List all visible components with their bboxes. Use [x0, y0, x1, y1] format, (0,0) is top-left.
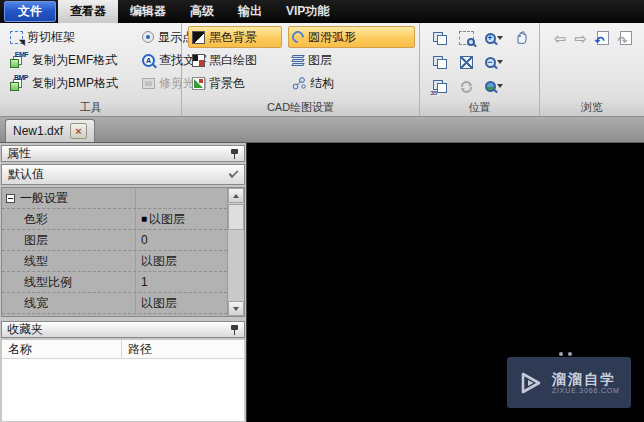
layers-label: 图层	[308, 52, 332, 69]
property-grid: 一般设置 色彩 ■ 以图层 图层 0 线型 以图层	[1, 187, 245, 317]
show-points-icon	[142, 31, 154, 43]
copy-emf-label: 复制为EMF格式	[32, 52, 117, 69]
copy-bmp-icon: BMP	[10, 76, 28, 91]
structure-label: 结构	[310, 75, 334, 92]
favorites-column-headers: 名称 路径	[1, 339, 245, 359]
copy-emf-button[interactable]: EMF 复制为EMF格式	[6, 49, 138, 71]
document-tab[interactable]: New1.dxf ×	[5, 119, 95, 142]
pin-icon[interactable]	[230, 324, 239, 336]
zoom-out-dropdown-icon[interactable]	[497, 60, 503, 64]
property-row-color[interactable]: 色彩 ■ 以图层	[2, 209, 227, 230]
pan-hand-icon	[513, 30, 529, 46]
favorites-column-path[interactable]: 路径	[122, 341, 244, 358]
ribbon-tab-viewer[interactable]: 查看器	[58, 0, 118, 23]
bw-drawing-button[interactable]: 黑白绘图	[188, 49, 282, 71]
property-row-linetype[interactable]: 线型 以图层	[2, 251, 227, 272]
zoom-window-icon	[459, 31, 474, 45]
rotate-view-button[interactable]: 35°	[426, 74, 453, 98]
zoom-in-button[interactable]: +	[480, 26, 507, 50]
property-name: 色彩	[24, 211, 48, 228]
black-background-icon	[192, 31, 205, 44]
scrollbar-thumb[interactable]	[228, 204, 244, 230]
preset-dropdown[interactable]: 默认值	[1, 164, 245, 185]
view-paste-icon	[433, 56, 447, 69]
watermark-title: 溜溜自学	[552, 371, 620, 388]
background-color-button[interactable]: 背景色	[188, 72, 282, 94]
favorites-list[interactable]	[1, 359, 245, 422]
favorites-title: 收藏夹	[7, 321, 43, 338]
watermark-logo-icon	[515, 368, 545, 398]
background-color-label: 背景色	[209, 75, 245, 92]
pin-icon[interactable]	[230, 148, 239, 160]
scroll-up-button[interactable]	[228, 188, 244, 203]
zoom-out-button[interactable]: −	[480, 50, 507, 74]
zoom-extents-button[interactable]	[453, 50, 480, 74]
app-window: 文件 查看器 编辑器 高级 输出 VIP功能 剪切框架 显示点 EMF 复制为E…	[0, 0, 644, 422]
undo-button[interactable]: ↶	[595, 31, 610, 46]
refresh-view-button[interactable]	[453, 74, 480, 98]
zoom-in-icon: +	[485, 33, 496, 44]
menu-bar: 文件 查看器 编辑器 高级 输出 VIP功能	[0, 0, 644, 23]
watermark-subtitle: zixue.3066.com	[552, 387, 620, 394]
cut-frame-label: 剪切框架	[27, 29, 75, 46]
property-name: 线宽	[24, 295, 48, 312]
structure-button[interactable]: 结构	[288, 72, 415, 94]
smooth-arc-label: 圆滑弧形	[308, 29, 356, 46]
view-paste-button[interactable]	[426, 50, 453, 74]
ribbon: 剪切框架 显示点 EMF 复制为EMF格式 A 查找文字 BMP 复制为BMP格…	[0, 23, 644, 117]
favorites-column-name[interactable]: 名称	[2, 340, 122, 358]
redo-button[interactable]: ↷	[618, 31, 633, 46]
property-group-label: 一般设置	[20, 190, 68, 207]
ribbon-group-tools: 剪切框架 显示点 EMF 复制为EMF格式 A 查找文字 BMP 复制为BMP格…	[0, 23, 182, 116]
group-label-browse: 浏览	[540, 100, 644, 116]
watermark-dots	[559, 352, 572, 356]
drawing-canvas[interactable]: 溜溜自学 zixue.3066.com	[247, 143, 644, 422]
property-row-lineweight[interactable]: 线宽 以图层	[2, 293, 227, 314]
scroll-down-button[interactable]	[228, 301, 244, 316]
property-name: 线型	[24, 253, 48, 270]
pan-button[interactable]	[507, 26, 534, 50]
back-button[interactable]: ⇦	[553, 31, 566, 46]
zoom-scale-icon	[485, 81, 496, 92]
copy-bmp-button[interactable]: BMP 复制为BMP格式	[6, 72, 138, 94]
preset-dropdown-value: 默认值	[8, 166, 44, 183]
property-grid-scrollbar[interactable]	[227, 188, 244, 316]
collapse-toggle-icon[interactable]	[6, 194, 15, 203]
ribbon-tab-advanced[interactable]: 高级	[178, 0, 226, 23]
ribbon-tab-vip[interactable]: VIP功能	[274, 0, 341, 23]
cut-frame-button[interactable]: 剪切框架	[6, 26, 138, 48]
ribbon-tab-editor[interactable]: 编辑器	[118, 0, 178, 23]
properties-title: 属性	[7, 145, 31, 162]
black-background-toggle[interactable]: 黑色背景	[188, 26, 282, 48]
black-background-label: 黑色背景	[209, 29, 257, 46]
ribbon-group-browse: ⇦ ⇨ ↶ ↷ 浏览	[540, 23, 644, 116]
property-group-row[interactable]: 一般设置	[2, 188, 227, 209]
watermark: 溜溜自学 zixue.3066.com	[507, 357, 631, 408]
smooth-arc-toggle[interactable]: 圆滑弧形	[288, 26, 415, 48]
zoom-in-dropdown-icon[interactable]	[497, 36, 503, 40]
close-tab-button[interactable]: ×	[70, 123, 87, 139]
view-copy-button[interactable]	[426, 26, 453, 50]
trim-raster-icon	[142, 78, 155, 89]
zoom-scale-dropdown-icon[interactable]	[497, 84, 503, 88]
property-row-layer[interactable]: 图层 0	[2, 230, 227, 251]
forward-button[interactable]: ⇨	[574, 31, 587, 46]
copy-bmp-label: 复制为BMP格式	[32, 75, 118, 92]
bw-drawing-label: 黑白绘图	[209, 52, 257, 69]
document-tab-bar: New1.dxf ×	[0, 117, 644, 143]
favorites-panel-header: 收藏夹	[1, 321, 245, 338]
main-area: 属性 默认值 一般设置 色彩 ■	[0, 143, 644, 422]
property-value: 以图层	[149, 211, 185, 228]
bw-drawing-icon	[192, 54, 205, 67]
group-label-cad: CAD绘图设置	[182, 100, 419, 116]
ribbon-group-position: + − 35° 位置	[420, 23, 540, 116]
zoom-window-button[interactable]	[453, 26, 480, 50]
cut-frame-icon	[10, 31, 23, 44]
property-row-linetype-scale[interactable]: 线型比例 1	[2, 272, 227, 293]
ribbon-tab-output[interactable]: 输出	[226, 0, 274, 23]
zoom-scale-button[interactable]	[480, 74, 507, 98]
menu-file-button[interactable]: 文件	[4, 1, 56, 22]
zoom-out-icon: −	[485, 57, 496, 68]
rotate-view-icon: 35°	[433, 80, 447, 93]
layers-button[interactable]: 图层	[288, 49, 415, 71]
